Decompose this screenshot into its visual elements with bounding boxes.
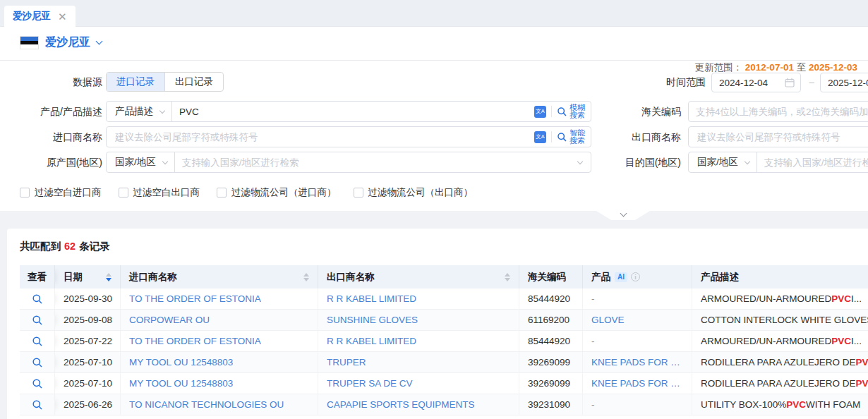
checkbox-icon[interactable] xyxy=(217,188,227,198)
country-selector[interactable]: 爱沙尼亚 xyxy=(20,35,102,50)
cell-date: 2025-09-30 xyxy=(55,289,121,309)
importer-link[interactable]: TO THE ORDER OF ESTONIA xyxy=(129,293,261,304)
cell-view xyxy=(20,373,55,394)
origin-type-select[interactable]: 国家/地区 xyxy=(107,152,175,172)
product-search-group: 产品描述 文A 模糊搜索 xyxy=(106,101,591,122)
cell-date: 2025-06-26 xyxy=(55,394,121,415)
checkbox-filter-blank-exporter[interactable]: 过滤空白出口商 xyxy=(119,186,200,199)
info-icon[interactable]: i xyxy=(631,272,640,281)
checkbox-filter-logistics-exporter[interactable]: 过滤物流公司（出口商） xyxy=(354,186,474,199)
exporter-link[interactable]: R R KABEL LIMITED xyxy=(327,336,416,346)
importer-link[interactable]: CORPOWEAR OU xyxy=(129,315,210,325)
update-range-start: 2012-07-01 xyxy=(745,62,794,73)
importer-link[interactable]: TO NICANOR TECHNOLOGIES OU xyxy=(129,399,284,410)
results-card: 共匹配到62条记录 查看 日期 进口商名称 出口商名称 海关编码 产品 AI i xyxy=(7,229,868,419)
importer-search-group: 文A 智能搜索 xyxy=(106,126,591,147)
product-label: 产品/产品描述 xyxy=(0,101,102,122)
hs-code-group xyxy=(688,101,868,122)
cell-exporter: R R KABEL LIMITED xyxy=(318,331,519,351)
importer-link[interactable]: MY TOOL OU 12548803 xyxy=(129,378,233,389)
cell-view xyxy=(20,352,55,372)
cell-product: KNEE PADS FOR PVC T... xyxy=(583,352,692,372)
cell-view xyxy=(20,310,55,330)
view-record-button[interactable] xyxy=(32,293,43,305)
view-record-button[interactable] xyxy=(32,399,43,411)
view-record-button[interactable] xyxy=(32,336,43,347)
exporter-link[interactable]: CAPAPIE SPORTS EQUIPMENTS xyxy=(327,399,475,410)
magnifier-icon xyxy=(32,357,43,368)
chevron-down-icon xyxy=(577,159,583,164)
dest-type-select[interactable]: 国家/地区 xyxy=(689,152,757,172)
cell-hs-code: 39269099 xyxy=(519,352,583,372)
importer-link[interactable]: MY TOOL OU 12548803 xyxy=(129,357,233,368)
cell-description: COTTON INTERLOCK WHITE GLOVES... xyxy=(692,310,868,330)
checkbox-icon[interactable] xyxy=(119,188,128,198)
checkbox-filter-blank-importer[interactable]: 过滤空白进口商 xyxy=(20,186,102,199)
close-icon[interactable]: ✕ xyxy=(58,11,67,22)
filter-checkbox-row: 过滤空白进口商 过滤空白出口商 过滤物流公司（进口商） 过滤物流公司（出口商） xyxy=(20,186,473,199)
exporter-link[interactable]: TRUPER SA DE CV xyxy=(327,378,413,389)
update-range-label: 更新范围： xyxy=(695,62,743,73)
col-date[interactable]: 日期 xyxy=(55,265,121,289)
export-records-tab[interactable]: 出口记录 xyxy=(164,73,223,91)
smart-search-button[interactable]: 智能搜索 xyxy=(557,129,585,145)
country-tab[interactable]: 爱沙尼亚 ✕ xyxy=(4,6,76,27)
fuzzy-search-button[interactable]: 模糊搜索 xyxy=(557,104,585,119)
destination-country-group: 国家/地区 xyxy=(688,152,868,173)
col-importer[interactable]: 进口商名称 xyxy=(121,265,318,289)
estonia-flag-icon xyxy=(20,36,39,49)
translate-icon[interactable]: 文A xyxy=(534,131,546,143)
sort-icon[interactable] xyxy=(499,273,510,281)
product-link[interactable]: KNEE PADS FOR PVC T... xyxy=(591,378,683,389)
exporter-link[interactable]: SUNSHINE GLOVES xyxy=(327,315,418,325)
exporter-group xyxy=(688,126,868,147)
checkbox-icon[interactable] xyxy=(20,188,30,198)
exporter-link[interactable]: R R KABEL LIMITED xyxy=(327,293,416,304)
cell-importer: TO THE ORDER OF ESTONIA xyxy=(121,331,318,351)
sort-icon[interactable] xyxy=(100,273,111,281)
importer-name-input[interactable] xyxy=(107,132,529,142)
view-record-button[interactable] xyxy=(32,357,43,368)
exporter-name-input[interactable] xyxy=(689,132,868,142)
product-link[interactable]: - xyxy=(591,293,595,304)
table-row: 2025-07-10 MY TOOL OU 12548803 TRUPER SA… xyxy=(20,373,868,394)
destination-country-input[interactable] xyxy=(757,157,868,168)
cell-date: 2025-07-10 xyxy=(55,373,121,394)
product-type-select[interactable]: 产品描述 xyxy=(107,102,172,121)
results-count-number: 62 xyxy=(64,241,76,252)
cell-date: 2025-07-10 xyxy=(55,352,121,372)
product-link[interactable]: GLOVE xyxy=(591,315,625,325)
cell-product: - xyxy=(583,394,692,415)
table-row: 2025-09-08 CORPOWEAR OU SUNSHINE GLOVES … xyxy=(20,310,868,331)
checkbox-filter-logistics-importer[interactable]: 过滤物流公司（进口商） xyxy=(217,186,337,199)
view-record-button[interactable] xyxy=(32,378,43,389)
search-icon xyxy=(557,132,567,142)
import-records-tab[interactable]: 进口记录 xyxy=(107,73,164,91)
results-count: 共匹配到62条记录 xyxy=(20,240,110,253)
product-link[interactable]: KNEE PADS FOR PVC T... xyxy=(591,357,683,368)
cell-hs-code: 39231090 xyxy=(519,394,583,415)
exporter-link[interactable]: TRUPER xyxy=(327,357,366,368)
col-exporter[interactable]: 出口商名称 xyxy=(318,265,519,289)
cell-description: RODILLERA PARA AZULEJERO DE PVC xyxy=(692,373,868,394)
importer-link[interactable]: TO THE ORDER OF ESTONIA xyxy=(129,336,261,346)
origin-type-value: 国家/地区 xyxy=(115,156,156,169)
collapse-filters-button[interactable] xyxy=(596,211,650,220)
product-link[interactable]: - xyxy=(591,336,595,346)
product-link[interactable]: - xyxy=(591,399,595,410)
end-date-picker[interactable]: 2025-12-03 xyxy=(820,73,868,92)
cell-product: GLOVE xyxy=(583,310,692,330)
product-search-input[interactable] xyxy=(172,107,529,117)
table-row: 2025-07-22 TO THE ORDER OF ESTONIA R R K… xyxy=(20,331,868,352)
magnifier-icon xyxy=(32,378,43,389)
view-record-button[interactable] xyxy=(32,315,43,326)
cell-description: ARMOURED/UN-ARMOURED PVC I... xyxy=(692,289,868,309)
translate-icon[interactable]: 文A xyxy=(534,106,546,118)
start-date-picker[interactable]: 2024-12-04 xyxy=(711,73,801,92)
cell-exporter: CAPAPIE SPORTS EQUIPMENTS xyxy=(318,394,519,415)
sort-icon[interactable] xyxy=(298,273,309,281)
importer-label: 进口商名称 xyxy=(0,126,102,147)
hs-code-input[interactable] xyxy=(689,107,868,117)
checkbox-icon[interactable] xyxy=(354,188,363,198)
origin-country-input[interactable] xyxy=(175,157,574,168)
